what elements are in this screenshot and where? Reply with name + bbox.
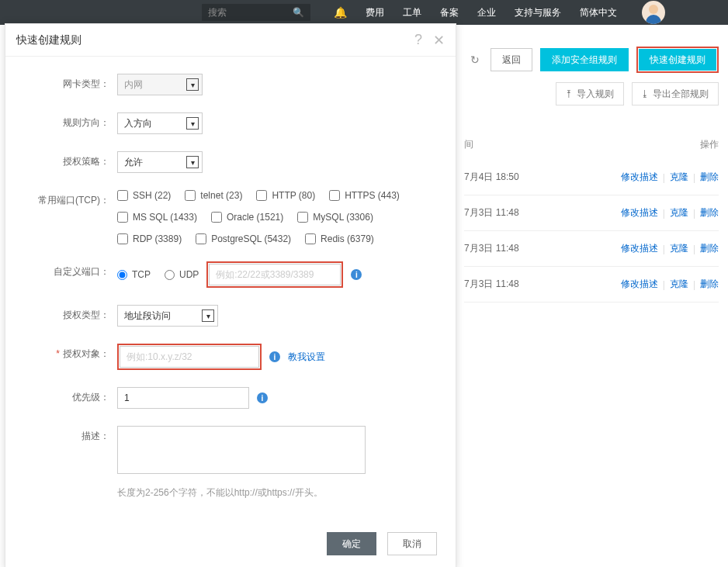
row-time: 7月3日 11:48 [464,206,621,220]
table-row: 7月3日 11:48 修改描述| 克隆| 删除 [464,195,719,231]
desc-textarea[interactable] [117,426,366,474]
auth-type-value: 地址段访问 [124,309,171,323]
quick-create-rule-modal: 快速创建规则 ? ✕ 网卡类型： 内网 ▾ 规则方向： 入方向 ▾ 授权 [5,23,456,567]
clone-link[interactable]: 克隆 [670,171,688,184]
avatar[interactable] [642,1,665,24]
rule-rows: 7月4日 18:50 修改描述| 克隆| 删除 7月3日 11:48 修改描述|… [464,160,719,303]
row-time: 7月4日 18:50 [464,171,621,184]
delete-link[interactable]: 删除 [700,278,719,291]
edit-desc-link[interactable]: 修改描述 [621,242,658,255]
import-rules-button[interactable]: ⭱导入规则 [556,82,624,105]
search-placeholder: 搜索 [208,4,227,21]
quick-rule-highlight: 快速创建规则 [636,47,719,73]
quick-rule-button[interactable]: 快速创建规则 [639,49,716,71]
ok-button[interactable]: 确定 [327,532,376,555]
row-time: 7月3日 11:48 [464,278,621,291]
info-icon[interactable]: i [257,392,268,403]
back-button[interactable]: 返回 [491,48,532,71]
label-auth-target: *授权对象： [24,344,117,361]
col-ops: 操作 [680,138,719,151]
page-actions: ↻ 返回 添加安全组规则 快速创建规则 [467,47,719,73]
protocol-tcp[interactable]: TCP [117,269,151,280]
info-icon[interactable]: i [269,351,280,362]
delete-link[interactable]: 删除 [700,171,719,184]
delete-link[interactable]: 删除 [700,242,719,255]
top-navigation: 搜索 🔍 🔔 费用 工单 备案 企业 支持与服务 简体中文 [0,0,728,25]
teach-me-link[interactable]: 教我设置 [288,351,325,364]
refresh-icon[interactable]: ↻ [467,52,483,67]
port-https[interactable]: HTTPS (443) [329,190,400,201]
common-ports-group: SSH (22) telnet (23) HTTP (80) HTTPS (44… [117,190,437,244]
policy-value: 允许 [124,156,143,169]
port-telnet[interactable]: telnet (23) [185,190,242,201]
row-ops: 修改描述| 克隆| 删除 [621,242,719,255]
nav-ticket[interactable]: 工单 [403,6,421,19]
global-search[interactable]: 搜索 🔍 [202,4,310,21]
port-http[interactable]: HTTP (80) [256,190,315,201]
close-icon[interactable]: ✕ [433,32,445,49]
custom-port-input[interactable] [209,264,341,285]
required-asterisk: * [56,348,60,359]
edit-desc-link[interactable]: 修改描述 [621,206,658,220]
clone-link[interactable]: 克隆 [670,206,688,220]
port-redis[interactable]: Redis (6379) [305,233,374,244]
clone-link[interactable]: 克隆 [670,278,688,291]
search-icon: 🔍 [293,4,304,21]
auth-type-select[interactable]: 地址段访问 ▾ [117,305,218,327]
modal-footer: 确定 取消 [5,521,456,555]
chevron-down-icon: ▾ [186,78,199,91]
label-common-ports: 常用端口(TCP)： [24,190,117,207]
label-nic: 网卡类型： [24,74,117,91]
label-policy: 授权策略： [24,151,117,168]
delete-link[interactable]: 删除 [700,206,719,220]
edit-desc-link[interactable]: 修改描述 [621,278,658,291]
help-icon[interactable]: ? [414,32,422,48]
desc-hint: 长度为2-256个字符，不能以http://或https://开头。 [117,486,323,500]
port-mssql[interactable]: MS SQL (1433) [117,212,197,223]
bell-icon[interactable]: 🔔 [334,6,347,19]
direction-select[interactable]: 入方向 ▾ [117,112,203,134]
upload-icon: ⭱ [564,88,574,99]
modal-title: 快速创建规则 [16,33,404,47]
port-mysql[interactable]: MySQL (3306) [297,212,373,223]
cancel-button[interactable]: 取消 [387,532,437,555]
nav-fee[interactable]: 费用 [366,6,384,19]
label-custom-port: 自定义端口： [24,261,117,278]
import-export-row: ⭱导入规则 ⭳导出全部规则 [556,82,719,105]
table-row: 7月3日 11:48 修改描述| 克隆| 删除 [464,267,719,303]
row-ops: 修改描述| 克隆| 删除 [621,206,719,220]
col-time: 间 [464,138,680,151]
policy-select[interactable]: 允许 ▾ [117,151,203,173]
nav-language[interactable]: 简体中文 [580,6,617,19]
add-rule-button[interactable]: 添加安全组规则 [540,48,629,71]
port-postgres[interactable]: PostgreSQL (5432) [196,233,291,244]
nav-beian[interactable]: 备案 [440,6,459,19]
direction-value: 入方向 [124,117,152,130]
export-rules-button[interactable]: ⭳导出全部规则 [632,82,719,105]
edit-desc-link[interactable]: 修改描述 [621,171,658,184]
port-rdp[interactable]: RDP (3389) [117,233,182,244]
label-priority: 优先级： [24,387,117,404]
protocol-udp[interactable]: UDP [165,269,199,280]
nic-select[interactable]: 内网 ▾ [117,74,203,95]
download-icon: ⭳ [640,88,650,99]
auth-target-input[interactable] [120,346,259,368]
table-header: 间 操作 [464,138,719,151]
modal-header: 快速创建规则 ? ✕ [5,24,456,57]
protocol-radio-group: TCP UDP [117,269,199,280]
auth-target-highlight [117,344,262,370]
port-oracle[interactable]: Oracle (1521) [211,212,283,223]
row-ops: 修改描述| 克隆| 删除 [621,278,719,291]
nic-value: 内网 [124,78,143,92]
nav-enterprise[interactable]: 企业 [477,6,496,19]
table-row: 7月4日 18:50 修改描述| 克隆| 删除 [464,160,719,195]
chevron-down-icon: ▾ [202,309,214,322]
port-ssh[interactable]: SSH (22) [117,190,171,201]
nav-support[interactable]: 支持与服务 [515,6,561,19]
clone-link[interactable]: 克隆 [670,242,688,255]
custom-port-highlight [206,261,343,288]
info-icon[interactable]: i [351,269,362,280]
row-ops: 修改描述| 克隆| 删除 [621,171,719,184]
chevron-down-icon: ▾ [186,117,199,130]
priority-input[interactable] [117,387,249,409]
